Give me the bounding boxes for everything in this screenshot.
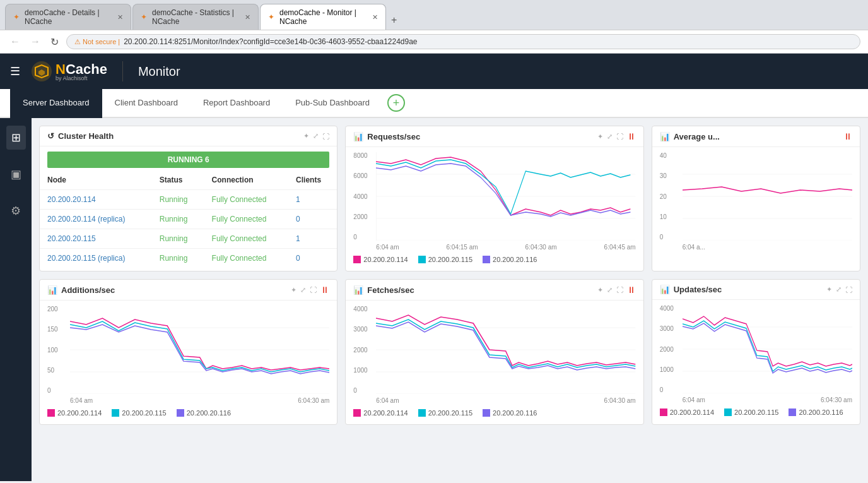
node-1[interactable]: 20.200.20.114 [40, 190, 152, 210]
tab-label: demoCache - Details | NCache [25, 8, 110, 26]
tab-label-monitor: demoCache - Monitor | NCache [279, 8, 365, 26]
table-row: 20.200.20.115 (replica) Running Fully Co… [40, 249, 337, 268]
requests-chart-body: 8000 6000 4000 2000 0 [346, 147, 643, 271]
forward-button[interactable]: → [28, 35, 43, 49]
tab-close-stats[interactable]: ✕ [245, 13, 250, 21]
fetches-legend-115: 20.200.20.115 [418, 409, 472, 417]
updates-svg [683, 305, 852, 393]
sidebar-monitor-icon[interactable]: ▣ [6, 162, 26, 186]
legend-color-116 [483, 256, 490, 263]
cluster-settings-icon[interactable]: ✦ [303, 132, 309, 140]
avg-pause-button[interactable]: ⏸ [843, 131, 852, 141]
tab-statistics[interactable]: ✦ demoCache - Statistics | NCache ✕ [132, 4, 259, 30]
fetches-actions: ✦ ⤢ ⛶ ⏸ [597, 285, 636, 295]
cluster-expand-icon[interactable]: ⤢ [313, 132, 319, 140]
additions-chart-svg-area [70, 306, 329, 394]
reload-button[interactable]: ↻ [48, 35, 61, 49]
table-row: 20.200.20.115 Running Fully Connected 1 [40, 229, 337, 249]
fetches-y-axis: 4000 3000 2000 1000 0 [353, 306, 376, 394]
updates-settings-icon[interactable]: ✦ [826, 285, 832, 294]
tab-close-details[interactable]: ✕ [117, 13, 123, 21]
updates-x-axis: 6:04 am 6:04:30 am [683, 393, 852, 406]
additions-pause-button[interactable]: ⏸ [320, 285, 329, 295]
updates-fullscreen-icon[interactable]: ⛶ [845, 286, 852, 294]
clients-4: 0 [288, 249, 337, 268]
monitor-title: Monitor [138, 64, 180, 79]
additions-settings-icon[interactable]: ✦ [291, 286, 296, 294]
add-dashboard-button[interactable]: + [387, 94, 405, 112]
additions-y-axis: 200 150 100 50 0 [47, 306, 70, 394]
requests-pause-button[interactable]: ⏸ [627, 131, 636, 141]
requests-title: 📊 Requests/sec [353, 132, 420, 141]
node-2[interactable]: 20.200.20.114 (replica) [40, 210, 152, 229]
updates-legend-116: 20.200.20.116 [789, 408, 843, 416]
additions-chart-card: 📊 Additions/sec ✦ ⤢ ⛶ ⏸ 200 150 [39, 279, 337, 425]
fetches-svg [376, 306, 635, 394]
running-badge: RUNNING 6 [47, 152, 329, 168]
tab-client-dashboard[interactable]: Client Dashboard [102, 89, 191, 118]
additions-legend-115: 20.200.20.115 [112, 409, 166, 417]
app-container: ☰ NCache by Alachisoft Monitor Server Da… [0, 54, 868, 481]
hamburger-menu[interactable]: ☰ [10, 64, 20, 78]
node-4[interactable]: 20.200.20.115 (replica) [40, 249, 152, 268]
fetches-fullscreen-icon[interactable]: ⛶ [616, 286, 623, 294]
sidebar-settings-icon[interactable]: ⚙ [6, 199, 26, 223]
additions-expand-icon[interactable]: ⤢ [300, 286, 306, 294]
requests-chart-container: 8000 6000 4000 2000 0 [353, 152, 635, 253]
requests-settings-icon[interactable]: ✦ [597, 133, 603, 141]
top-nav: ☰ NCache by Alachisoft Monitor [0, 54, 868, 89]
col-status: Status [152, 170, 204, 190]
updates-chart-body: 4000 3000 2000 1000 0 [652, 300, 860, 424]
sidebar-dashboard-icon[interactable]: ⊞ [6, 126, 26, 150]
tab-pubsub-dashboard[interactable]: Pub-Sub Dashboard [283, 89, 382, 118]
fetches-pause-button[interactable]: ⏸ [627, 285, 636, 295]
avg-chart-svg-area [683, 152, 852, 241]
fetches-chart-container: 4000 3000 2000 1000 0 [353, 306, 635, 407]
additions-header: 📊 Additions/sec ✦ ⤢ ⛶ ⏸ [40, 280, 337, 301]
cluster-fullscreen-icon[interactable]: ⛶ [322, 133, 329, 140]
additions-chart-container: 200 150 100 50 0 [47, 306, 329, 407]
status-4: Running [152, 249, 204, 268]
tab-close-monitor[interactable]: ✕ [372, 13, 378, 21]
new-tab-button[interactable]: + [387, 11, 401, 30]
fetches-legend-114: 20.200.20.114 [353, 409, 408, 417]
clients-2: 0 [288, 210, 337, 229]
tab-monitor[interactable]: ✦ demoCache - Monitor | NCache ✕ [260, 4, 386, 30]
fetches-legend-116: 20.200.20.116 [483, 409, 537, 417]
fetches-expand-icon[interactable]: ⤢ [607, 286, 613, 294]
clients-3: 1 [288, 229, 337, 249]
requests-actions: ✦ ⤢ ⛶ ⏸ [597, 131, 636, 141]
fetches-title: 📊 Fetches/sec [353, 285, 414, 295]
legend-item-114: 20.200.20.114 [353, 256, 408, 263]
requests-expand-icon[interactable]: ⤢ [607, 133, 613, 141]
additions-icon: 📊 [47, 285, 57, 295]
connection-2: Fully Connected [204, 210, 289, 229]
additions-chart-body: 200 150 100 50 0 [40, 301, 337, 424]
table-row: 20.200.20.114 Running Fully Connected 1 [40, 190, 337, 210]
updates-legend-114: 20.200.20.114 [660, 408, 714, 416]
url-bar[interactable]: ⚠ Not secure | 20.200.20.114:8251/Monito… [66, 34, 860, 49]
tab-favicon: ✦ [13, 13, 20, 21]
tab-details[interactable]: ✦ demoCache - Details | NCache ✕ [5, 4, 131, 30]
requests-fullscreen-icon[interactable]: ⛶ [616, 133, 623, 140]
updates-expand-icon[interactable]: ⤢ [836, 285, 842, 294]
requests-x-axis: 6:04 am 6:04:15 am 6:04:30 am 6:04:45 am [376, 241, 635, 253]
tab-report-dashboard[interactable]: Report Dashboard [191, 89, 283, 118]
additions-x-axis: 6:04 am 6:04:30 am [70, 394, 329, 407]
requests-legend: 20.200.20.114 20.200.20.115 20.200.20.11… [353, 253, 635, 268]
avg-header: 📊 Average u... ⏸ [652, 126, 860, 147]
tab-server-dashboard[interactable]: Server Dashboard [10, 89, 102, 118]
cluster-table: Node Status Connection Clients 20.200.20… [40, 170, 337, 268]
requests-icon: 📊 [353, 132, 363, 141]
fetches-settings-icon[interactable]: ✦ [597, 286, 603, 294]
status-2: Running [152, 210, 204, 229]
updates-legend-115: 20.200.20.115 [724, 408, 778, 416]
additions-svg [70, 306, 329, 394]
back-button[interactable]: ← [8, 35, 23, 49]
node-3[interactable]: 20.200.20.115 [40, 229, 152, 249]
updates-title: 📊 Updates/sec [660, 285, 722, 294]
avg-svg [683, 152, 852, 241]
additions-fullscreen-icon[interactable]: ⛶ [310, 286, 317, 294]
table-row: 20.200.20.114 (replica) Running Fully Co… [40, 210, 337, 229]
status-3: Running [152, 229, 204, 249]
